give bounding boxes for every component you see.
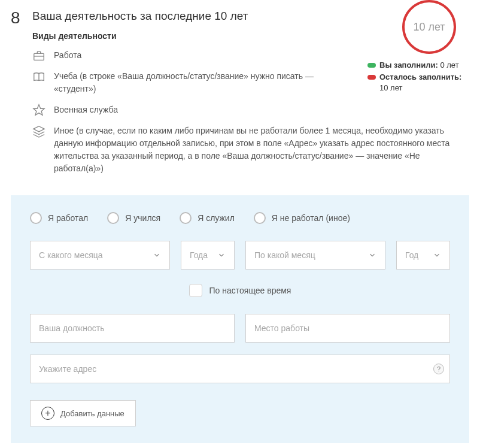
from-year-select[interactable]: Года — [181, 241, 235, 270]
chevron-down-icon — [433, 251, 441, 259]
status-box: Вы заполнили: 0 лет Осталось заполнить: … — [367, 60, 469, 95]
to-month-select[interactable]: По какой месяц — [245, 241, 385, 270]
help-icon[interactable]: ? — [433, 364, 444, 374]
to-month-label: По какой месяц — [254, 250, 315, 260]
briefcase-icon — [32, 49, 45, 61]
activity-other: Иное (в случае, если по каким либо причи… — [54, 125, 469, 175]
radio-icon — [180, 212, 192, 224]
radio-icon — [30, 212, 42, 224]
radio-served-label: Я служил — [198, 213, 235, 223]
radio-worked[interactable]: Я работал — [30, 212, 88, 224]
radio-notworked-label: Я не работал (иное) — [272, 213, 350, 223]
radio-notworked[interactable]: Я не работал (иное) — [254, 212, 350, 224]
chevron-down-icon — [217, 251, 226, 259]
add-data-button[interactable]: + Добавить данные — [30, 400, 136, 426]
activity-military: Военная служба — [54, 104, 238, 116]
radio-worked-label: Я работал — [48, 213, 88, 223]
to-year-label: Год — [405, 250, 418, 260]
from-month-label: С какого месяца — [39, 250, 103, 260]
step-number: 8 — [11, 10, 23, 26]
radio-icon — [254, 212, 266, 224]
filled-label: Вы заполнили: — [379, 60, 438, 69]
years-circle-text: 10 лет — [413, 21, 445, 34]
pill-red-icon — [367, 75, 376, 80]
radio-studied[interactable]: Я учился — [107, 212, 160, 224]
pill-green-icon — [367, 63, 376, 68]
svg-rect-0 — [34, 53, 44, 60]
chevron-down-icon — [368, 251, 376, 259]
from-year-label: Года — [190, 250, 208, 260]
svg-marker-3 — [34, 105, 44, 115]
filled-value: 0 лет — [440, 60, 458, 69]
book-icon — [32, 70, 45, 82]
layers-icon — [32, 125, 45, 137]
to-year-select[interactable]: Год — [396, 241, 450, 270]
remaining-label: Осталось заполнить: — [379, 72, 461, 81]
from-month-select[interactable]: С какого месяца — [30, 241, 170, 270]
position-input[interactable] — [30, 314, 235, 343]
years-circle-badge: 10 лет — [402, 0, 456, 54]
radio-served[interactable]: Я служил — [180, 212, 235, 224]
chevron-down-icon — [153, 251, 161, 259]
plus-circle-icon: + — [41, 407, 54, 420]
add-button-label: Добавить данные — [60, 409, 124, 418]
radio-studied-label: Я учился — [125, 213, 160, 223]
activity-work: Работа — [54, 49, 201, 62]
address-input[interactable] — [30, 355, 450, 383]
workplace-input[interactable] — [245, 314, 450, 343]
present-checkbox[interactable] — [189, 284, 202, 297]
form-panel: Я работал Я учился Я служил Я не работал… — [11, 195, 469, 443]
present-checkbox-label: По настоящее время — [209, 286, 291, 295]
remaining-value: 10 лет — [379, 83, 402, 92]
svg-marker-4 — [34, 126, 44, 132]
star-icon — [32, 104, 45, 116]
radio-icon — [107, 212, 119, 224]
